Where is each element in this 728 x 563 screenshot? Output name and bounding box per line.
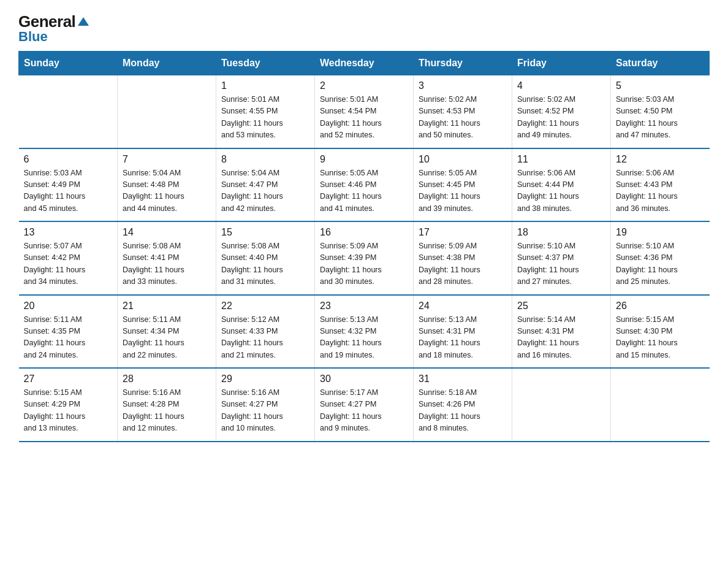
day-number: 17 <box>419 227 507 238</box>
calendar-day-cell: 8Sunrise: 5:04 AM Sunset: 4:47 PM Daylig… <box>216 148 315 222</box>
day-info: Sunrise: 5:10 AM Sunset: 4:37 PM Dayligh… <box>517 240 605 288</box>
day-of-week-header: Sunday <box>19 52 118 75</box>
calendar-day-cell: 29Sunrise: 5:16 AM Sunset: 4:27 PM Dayli… <box>216 368 315 442</box>
day-of-week-header: Monday <box>118 52 216 75</box>
calendar-day-cell: 12Sunrise: 5:06 AM Sunset: 4:43 PM Dayli… <box>611 148 710 222</box>
calendar-day-cell: 3Sunrise: 5:02 AM Sunset: 4:53 PM Daylig… <box>414 75 512 148</box>
day-number: 9 <box>320 154 408 165</box>
calendar-day-cell <box>512 368 611 442</box>
day-number: 26 <box>616 301 705 312</box>
page-header: General Blue <box>18 12 710 45</box>
logo-triangle-icon <box>77 15 90 28</box>
calendar-day-cell: 9Sunrise: 5:05 AM Sunset: 4:46 PM Daylig… <box>315 148 414 222</box>
calendar-day-cell: 6Sunrise: 5:03 AM Sunset: 4:49 PM Daylig… <box>19 148 118 222</box>
day-number: 15 <box>221 227 309 238</box>
day-info: Sunrise: 5:10 AM Sunset: 4:36 PM Dayligh… <box>616 240 705 288</box>
day-of-week-header: Tuesday <box>216 52 315 75</box>
day-of-week-header: Thursday <box>414 52 512 75</box>
day-info: Sunrise: 5:01 AM Sunset: 4:55 PM Dayligh… <box>221 94 309 142</box>
calendar-week-row: 6Sunrise: 5:03 AM Sunset: 4:49 PM Daylig… <box>19 148 710 222</box>
day-info: Sunrise: 5:02 AM Sunset: 4:53 PM Dayligh… <box>419 94 507 142</box>
day-info: Sunrise: 5:13 AM Sunset: 4:31 PM Dayligh… <box>419 314 507 362</box>
day-number: 12 <box>616 154 705 165</box>
logo: General Blue <box>18 12 90 45</box>
calendar-day-cell: 30Sunrise: 5:17 AM Sunset: 4:27 PM Dayli… <box>315 368 414 442</box>
calendar-week-row: 13Sunrise: 5:07 AM Sunset: 4:42 PM Dayli… <box>19 221 710 295</box>
day-info: Sunrise: 5:06 AM Sunset: 4:43 PM Dayligh… <box>616 167 705 215</box>
day-number: 14 <box>123 227 211 238</box>
day-info: Sunrise: 5:18 AM Sunset: 4:26 PM Dayligh… <box>419 387 507 435</box>
day-info: Sunrise: 5:13 AM Sunset: 4:32 PM Dayligh… <box>320 314 408 362</box>
day-info: Sunrise: 5:15 AM Sunset: 4:29 PM Dayligh… <box>24 387 113 435</box>
day-info: Sunrise: 5:07 AM Sunset: 4:42 PM Dayligh… <box>24 240 113 288</box>
day-of-week-header: Saturday <box>611 52 710 75</box>
calendar-day-cell: 23Sunrise: 5:13 AM Sunset: 4:32 PM Dayli… <box>315 295 414 369</box>
day-number: 27 <box>24 373 113 385</box>
day-info: Sunrise: 5:09 AM Sunset: 4:39 PM Dayligh… <box>320 240 408 288</box>
days-of-week-row: SundayMondayTuesdayWednesdayThursdayFrid… <box>19 52 710 75</box>
day-info: Sunrise: 5:03 AM Sunset: 4:49 PM Dayligh… <box>24 167 113 215</box>
calendar-day-cell: 14Sunrise: 5:08 AM Sunset: 4:41 PM Dayli… <box>118 221 216 295</box>
calendar-header: SundayMondayTuesdayWednesdayThursdayFrid… <box>19 52 710 75</box>
day-info: Sunrise: 5:09 AM Sunset: 4:38 PM Dayligh… <box>419 240 507 288</box>
day-number: 7 <box>123 154 211 165</box>
calendar-day-cell: 1Sunrise: 5:01 AM Sunset: 4:55 PM Daylig… <box>216 75 315 148</box>
day-info: Sunrise: 5:06 AM Sunset: 4:44 PM Dayligh… <box>517 167 605 215</box>
calendar-day-cell: 31Sunrise: 5:18 AM Sunset: 4:26 PM Dayli… <box>414 368 512 442</box>
day-number: 20 <box>24 301 113 312</box>
calendar-day-cell: 21Sunrise: 5:11 AM Sunset: 4:34 PM Dayli… <box>118 295 216 369</box>
day-info: Sunrise: 5:16 AM Sunset: 4:28 PM Dayligh… <box>123 387 211 435</box>
calendar-day-cell: 4Sunrise: 5:02 AM Sunset: 4:52 PM Daylig… <box>512 75 611 148</box>
calendar-day-cell: 19Sunrise: 5:10 AM Sunset: 4:36 PM Dayli… <box>611 221 710 295</box>
calendar-day-cell: 24Sunrise: 5:13 AM Sunset: 4:31 PM Dayli… <box>414 295 512 369</box>
day-info: Sunrise: 5:01 AM Sunset: 4:54 PM Dayligh… <box>320 94 408 142</box>
calendar-day-cell: 28Sunrise: 5:16 AM Sunset: 4:28 PM Dayli… <box>118 368 216 442</box>
day-number: 25 <box>517 301 605 312</box>
calendar-day-cell <box>118 75 216 148</box>
calendar-day-cell: 17Sunrise: 5:09 AM Sunset: 4:38 PM Dayli… <box>414 221 512 295</box>
day-number: 3 <box>419 80 507 91</box>
day-number: 28 <box>123 373 211 385</box>
day-of-week-header: Friday <box>512 52 611 75</box>
calendar-day-cell: 13Sunrise: 5:07 AM Sunset: 4:42 PM Dayli… <box>19 221 118 295</box>
day-number: 1 <box>221 80 309 91</box>
svg-marker-0 <box>78 17 89 26</box>
day-info: Sunrise: 5:11 AM Sunset: 4:34 PM Dayligh… <box>123 314 211 362</box>
day-number: 5 <box>616 80 705 91</box>
calendar-day-cell: 2Sunrise: 5:01 AM Sunset: 4:54 PM Daylig… <box>315 75 414 148</box>
day-info: Sunrise: 5:08 AM Sunset: 4:41 PM Dayligh… <box>123 240 211 288</box>
day-number: 22 <box>221 301 309 312</box>
calendar-day-cell: 18Sunrise: 5:10 AM Sunset: 4:37 PM Dayli… <box>512 221 611 295</box>
day-number: 11 <box>517 154 605 165</box>
day-info: Sunrise: 5:02 AM Sunset: 4:52 PM Dayligh… <box>517 94 605 142</box>
calendar-day-cell: 22Sunrise: 5:12 AM Sunset: 4:33 PM Dayli… <box>216 295 315 369</box>
day-info: Sunrise: 5:08 AM Sunset: 4:40 PM Dayligh… <box>221 240 309 288</box>
day-info: Sunrise: 5:11 AM Sunset: 4:35 PM Dayligh… <box>24 314 113 362</box>
calendar-body: 1Sunrise: 5:01 AM Sunset: 4:55 PM Daylig… <box>19 75 710 442</box>
calendar-day-cell: 15Sunrise: 5:08 AM Sunset: 4:40 PM Dayli… <box>216 221 315 295</box>
day-number: 21 <box>123 301 211 312</box>
day-number: 24 <box>419 301 507 312</box>
calendar-table: SundayMondayTuesdayWednesdayThursdayFrid… <box>18 51 710 442</box>
calendar-day-cell <box>19 75 118 148</box>
calendar-day-cell: 11Sunrise: 5:06 AM Sunset: 4:44 PM Dayli… <box>512 148 611 222</box>
calendar-week-row: 1Sunrise: 5:01 AM Sunset: 4:55 PM Daylig… <box>19 75 710 148</box>
day-number: 4 <box>517 80 605 91</box>
calendar-day-cell: 20Sunrise: 5:11 AM Sunset: 4:35 PM Dayli… <box>19 295 118 369</box>
calendar-day-cell: 25Sunrise: 5:14 AM Sunset: 4:31 PM Dayli… <box>512 295 611 369</box>
day-info: Sunrise: 5:16 AM Sunset: 4:27 PM Dayligh… <box>221 387 309 435</box>
day-info: Sunrise: 5:04 AM Sunset: 4:48 PM Dayligh… <box>123 167 211 215</box>
day-number: 29 <box>221 373 309 385</box>
calendar-day-cell <box>611 368 710 442</box>
logo-blue-text: Blue <box>18 29 48 45</box>
day-number: 18 <box>517 227 605 238</box>
day-info: Sunrise: 5:15 AM Sunset: 4:30 PM Dayligh… <box>616 314 705 362</box>
day-number: 6 <box>24 154 113 165</box>
day-of-week-header: Wednesday <box>315 52 414 75</box>
day-number: 30 <box>320 373 408 385</box>
calendar-day-cell: 10Sunrise: 5:05 AM Sunset: 4:45 PM Dayli… <box>414 148 512 222</box>
day-number: 10 <box>419 154 507 165</box>
day-number: 16 <box>320 227 408 238</box>
day-number: 23 <box>320 301 408 312</box>
day-number: 8 <box>221 154 309 165</box>
